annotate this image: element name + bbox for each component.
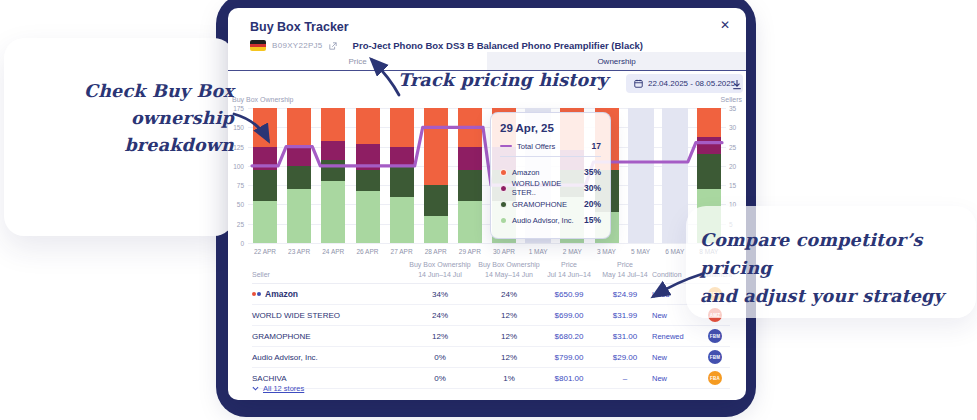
legend-share-value: 15%	[584, 215, 601, 225]
x-axis-label: 30 APR	[487, 248, 521, 255]
x-axis-label: 28 APR	[419, 248, 453, 255]
annotation-left-line2: breakdown	[124, 135, 234, 155]
price-2: $24.99	[598, 290, 652, 299]
right-axis-title: Sellers	[721, 96, 742, 103]
legend-share-value: 20%	[584, 199, 601, 209]
download-icon[interactable]	[732, 76, 742, 94]
right-axis-tick: 35	[729, 105, 736, 112]
legend-share-value: 35%	[584, 167, 601, 177]
amazon-icon	[252, 292, 261, 296]
table-header-row: SellerBuy Box Ownership14 Jun–14 JulBuy …	[252, 260, 730, 284]
table-row[interactable]: SACHIVA0%1%$801.00–NewFBA	[252, 368, 730, 389]
price-1: $680.20	[540, 332, 598, 341]
annotation-right-line1: Compare competitor’s pricing	[700, 230, 923, 278]
annotation-left-line1: Check Buy Box ownership	[84, 81, 234, 128]
germany-flag-icon	[250, 40, 266, 51]
tab-bar: Price Ownership	[228, 52, 746, 71]
legend-dot	[500, 169, 507, 176]
total-offers-line	[248, 108, 726, 243]
tooltip-divider	[500, 156, 601, 157]
left-axis-tick: 100	[228, 163, 244, 170]
buybox-ownership-2: 24%	[478, 290, 540, 299]
gridline	[248, 243, 726, 244]
table-row[interactable]: Amazon34%24%$650.99$24.99UsedFBA	[252, 284, 730, 305]
price-1: $799.00	[540, 353, 598, 362]
legend-seller-name: Audio Advisor, Inc.	[512, 216, 574, 225]
chart-plot-area	[248, 108, 726, 243]
table-row[interactable]: GRAMOPHONE12%12%$680.20$31.00RenewedFBM	[252, 326, 730, 347]
condition: New	[652, 374, 700, 383]
buybox-ownership-1: 0%	[402, 353, 478, 362]
tab-ownership[interactable]: Ownership	[487, 52, 746, 70]
right-axis-tick: 25	[729, 144, 736, 151]
left-axis-tick: 75	[228, 182, 244, 189]
right-axis-tick: 15	[729, 182, 736, 189]
buybox-ownership-1: 34%	[402, 290, 478, 299]
tab-price[interactable]: Price	[228, 52, 487, 70]
buybox-ownership-1: 12%	[402, 332, 478, 341]
x-axis-label: 22 APR	[248, 248, 282, 255]
buybox-ownership-2: 12%	[478, 332, 540, 341]
annotation-right-line2: and adjust your strategy	[700, 286, 944, 306]
buybox-ownership-2: 12%	[478, 311, 540, 320]
x-axis-label: 2 MAY	[555, 248, 589, 255]
legend-seller-name: GRAMOPHONE	[512, 200, 567, 209]
column-header-seller: Seller	[252, 270, 402, 279]
legend-seller-name: WORLD WIDE STER..	[512, 179, 584, 197]
legend-seller-name: Amazon	[512, 168, 540, 177]
close-icon[interactable]: ✕	[720, 18, 730, 32]
column-header-price: PriceJul 14 Jun–14	[540, 260, 598, 279]
price-2: –	[598, 374, 652, 383]
legend-dot	[500, 185, 507, 192]
annotation-ownership-breakdown: Check Buy Box ownership breakdown	[6, 78, 234, 159]
product-asin: B09XY22PJ5	[272, 41, 323, 50]
total-offers-label: Total Offers	[517, 142, 555, 151]
all-stores-link[interactable]: All 12 stores	[252, 384, 304, 393]
annotation-compare-pricing: Compare competitor’s pricing and adjust …	[700, 226, 977, 310]
table-row[interactable]: Audio Advisor, Inc.0%12%$799.00$29.00New…	[252, 347, 730, 368]
left-axis-title: Buy Box Ownership	[232, 96, 293, 103]
right-axis-tick: 30	[729, 124, 736, 131]
right-axis-tick: 20	[729, 163, 736, 170]
tooltip-legend-row: Amazon35%	[500, 164, 601, 180]
price-1: $699.00	[540, 311, 598, 320]
chart-tooltip: 29 Apr, 25 Total Offers 17 Amazon35%WORL…	[490, 112, 611, 239]
x-axis-label: 1 MAY	[521, 248, 555, 255]
product-row: B09XY22PJ5 Pro-Ject Phono Box DS3 B Bala…	[250, 40, 643, 51]
sellers-table: SellerBuy Box Ownership14 Jun–14 JulBuy …	[252, 260, 730, 389]
buybox-ownership-1: 0%	[402, 374, 478, 383]
price-1: $801.00	[540, 374, 598, 383]
calendar-icon	[634, 79, 643, 88]
total-offers-line-swatch	[500, 145, 512, 148]
seller-name: Audio Advisor, Inc.	[252, 353, 318, 362]
date-range-picker[interactable]: 22.04.2025 - 08.05.2025	[626, 74, 743, 93]
legend-share-value: 30%	[584, 183, 601, 193]
table-row[interactable]: WORLD WIDE STEREO24%12%$699.00$31.99NewA…	[252, 305, 730, 326]
product-name: Pro-Ject Phono Box DS3 B Balanced Phono …	[353, 40, 643, 51]
price-1: $650.99	[540, 290, 598, 299]
x-axis-label: 5 MAY	[624, 248, 658, 255]
tooltip-legend-row: GRAMOPHONE20%	[500, 196, 601, 212]
price-2: $31.99	[598, 311, 652, 320]
external-link-icon[interactable]	[329, 42, 337, 50]
price-2: $29.00	[598, 353, 652, 362]
column-header-price: PriceMay 14 Jul–14	[598, 260, 652, 279]
seller-name: GRAMOPHONE	[252, 332, 311, 341]
tooltip-date: 29 Apr, 25	[500, 122, 601, 134]
seller-name: WORLD WIDE STEREO	[252, 311, 340, 320]
tooltip-legend-row: WORLD WIDE STER..30%	[500, 180, 601, 196]
condition: New	[652, 353, 700, 362]
price-2: $31.00	[598, 332, 652, 341]
seller-name: Amazon	[265, 289, 298, 299]
legend-dot	[500, 201, 507, 208]
ownership-chart: Buy Box Ownership Sellers 29 Apr, 25 Tot…	[228, 96, 746, 262]
x-axis-label: 24 APR	[316, 248, 350, 255]
modal-title: Buy Box Tracker	[250, 20, 349, 34]
buybox-ownership-2: 1%	[478, 374, 540, 383]
buybox-ownership-2: 12%	[478, 353, 540, 362]
left-axis-tick: 25	[228, 221, 244, 228]
seller-name: SACHIVA	[252, 374, 287, 383]
tooltip-total-offers: Total Offers 17	[500, 141, 601, 151]
fulfillment-badge: FBM	[708, 329, 722, 343]
legend-dot	[500, 217, 507, 224]
